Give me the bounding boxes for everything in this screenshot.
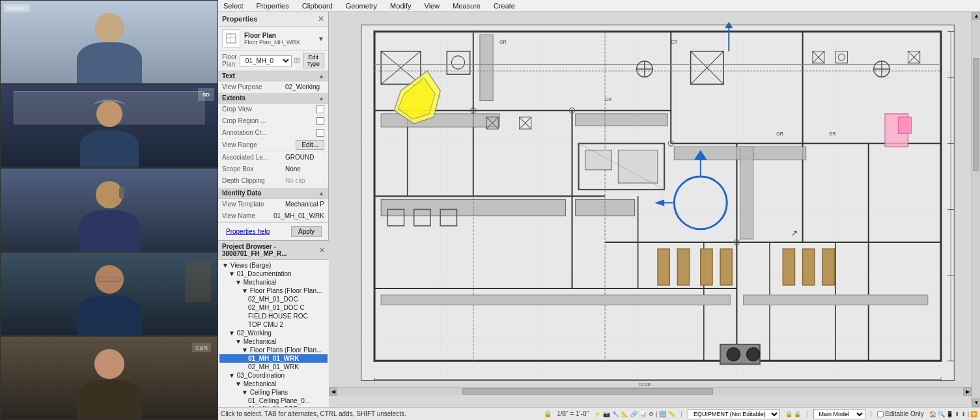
prop-type-name: Floor Plan: [244, 32, 314, 39]
video-cell-5: C&N: [0, 336, 218, 420]
status-icon-e[interactable]: ⬇: [961, 411, 966, 417]
status-icon-a[interactable]: 🏠: [929, 411, 936, 417]
tree-item-working[interactable]: ▼ 02_Working: [219, 329, 328, 337]
tree-icon: ▼: [222, 262, 231, 269]
extents-expand[interactable]: ▲: [318, 95, 324, 102]
tree-item-mech-doc[interactable]: ▼ Mechanical: [219, 278, 328, 287]
project-browser: Project Browser - 3808701_FH_MP_R... ✕ ▼…: [218, 240, 329, 407]
status-scale: 1/8" = 1'-0": [557, 410, 589, 417]
editable-only-checkbox[interactable]: [877, 411, 884, 417]
horizontal-scrollbar[interactable]: ◀ ▶: [329, 387, 972, 395]
edit-type-button[interactable]: Edit Type: [303, 53, 324, 68]
video-cell-3: [0, 168, 218, 252]
menu-modify[interactable]: Modify: [387, 2, 413, 10]
associated-le-value: GROUND: [285, 154, 324, 161]
identity-expand[interactable]: ▲: [318, 190, 324, 197]
view-template-label: View Template: [222, 201, 285, 208]
tree-label: 01_Ceiling Plane_0...: [248, 397, 310, 404]
view-purpose-row: View Purpose 02_Working: [218, 81, 328, 93]
svg-rect-84: [720, 249, 732, 285]
floor-plan-select[interactable]: 01_MH_0: [240, 55, 292, 66]
status-icon-c[interactable]: 📱: [946, 411, 953, 417]
menu-geometry[interactable]: Geometry: [343, 2, 380, 10]
menu-measure[interactable]: Measure: [450, 2, 483, 10]
status-separator: |: [656, 411, 657, 417]
annotation-cr-label: Annotation Cr...: [222, 129, 316, 136]
tree-item-topcmu[interactable]: TOP CMU 2: [219, 320, 328, 329]
main-container: SUMMIT SD: [0, 0, 980, 420]
status-num2[interactable]: 📏: [668, 411, 675, 417]
properties-wrapper: Properties ✕ Floor Plan Floor Plan_MH_WR…: [218, 12, 329, 407]
menu-clipboard[interactable]: Clipboard: [300, 2, 335, 10]
tree-item-views[interactable]: ▼ Views (Barge): [219, 261, 328, 270]
properties-close-button[interactable]: ✕: [318, 14, 324, 23]
editable-only-text: Editable Only: [885, 410, 923, 417]
text-section-expand[interactable]: ▲: [318, 73, 324, 79]
crop-region-checkbox[interactable]: [316, 117, 324, 125]
tree-item-02mh01wrk[interactable]: 02_MH_01_WRK: [219, 363, 328, 371]
apply-button[interactable]: Apply: [291, 226, 322, 237]
equipment-dropdown[interactable]: EQUIPMENT (Not Editable): [688, 409, 780, 419]
browser-close-button[interactable]: ✕: [319, 246, 325, 255]
status-icon-b[interactable]: 🔍: [938, 411, 945, 417]
tree-item-coordination[interactable]: ▼ 03_Coordination: [219, 371, 328, 380]
status-icon-2[interactable]: 📷: [603, 411, 610, 417]
tree-item-mech-coord[interactable]: ▼ Mechanical: [219, 380, 328, 388]
status-icon-4[interactable]: 📐: [621, 411, 628, 417]
status-icon-7[interactable]: ⚙: [649, 411, 654, 417]
tree-label: 01_MH_01_WRK: [248, 355, 299, 362]
video-cell-1: SUMMIT: [0, 0, 218, 84]
annotation-cr-checkbox[interactable]: [316, 129, 324, 137]
prop-type-arrow[interactable]: ▼: [318, 35, 324, 42]
status-icon-3[interactable]: 🔧: [612, 411, 619, 417]
menu-view[interactable]: View: [422, 2, 443, 10]
lock-icon-1[interactable]: 🔒: [785, 411, 792, 417]
tree-item-02mh01doc[interactable]: 02_MH_01_DOC: [219, 295, 328, 303]
menu-properties[interactable]: Properties: [254, 2, 292, 10]
status-icon-5[interactable]: 🔗: [630, 411, 637, 417]
editable-only-label[interactable]: Editable Only: [877, 410, 923, 417]
tree-icon: ▼: [229, 329, 237, 337]
tree-item-mech-working[interactable]: ▼ Mechanical: [219, 337, 328, 346]
tree-label: 02_MH_01_WRK: [248, 363, 299, 371]
lock-icon-2[interactable]: 🔒: [794, 411, 801, 417]
tree-item-fieldhouse[interactable]: FIELD HOUSE ROC: [219, 312, 328, 320]
properties-help-link[interactable]: Properties help: [222, 227, 273, 236]
status-lock-icons: 🔒 🔒: [785, 411, 801, 417]
tree-item-floor-doc[interactable]: ▼ Floor Plans (Floor Plan...: [219, 287, 328, 295]
menu-create[interactable]: Create: [491, 2, 518, 10]
model-dropdown[interactable]: Main Model: [813, 409, 865, 419]
associated-le-label: Associated Le...: [222, 154, 285, 161]
view-range-edit-button[interactable]: Edit...: [296, 140, 324, 150]
status-icons-group: ⚡ 📷 🔧 📐 🔗 📊 ⚙ | 🔢 📏: [594, 411, 675, 417]
crop-view-checkbox[interactable]: [316, 105, 324, 113]
view-purpose-value: 02_Working: [285, 83, 324, 91]
status-separator-3: |: [806, 410, 808, 417]
status-icon-6[interactable]: 📊: [639, 411, 647, 417]
view-template-row: View Template Mechanical P: [218, 199, 328, 210]
cad-viewport[interactable]: CR CR OR OR OR: [329, 12, 980, 407]
properties-title: Properties: [222, 15, 257, 23]
tree-label: 02_Working: [237, 329, 272, 337]
text-section-header: Text ▲: [218, 71, 328, 81]
browser-header: Project Browser - 3808701_FH_MP_R... ✕: [218, 241, 329, 260]
scope-box-value: None: [285, 165, 324, 173]
tree-item-ceiling1[interactable]: 01_Ceiling Plane_0...: [219, 397, 328, 405]
vertical-scrollbar[interactable]: ▲ ▼: [972, 12, 980, 407]
status-icon-1[interactable]: ⚡: [594, 411, 601, 417]
status-bar: Click to select, TAB for alternates, CTR…: [218, 407, 980, 420]
properties-header: Properties ✕: [218, 12, 328, 27]
tree-item-ceiling[interactable]: ▼ Ceiling Plans: [219, 388, 328, 397]
menu-select[interactable]: Select: [221, 2, 246, 10]
prop-type-value: Floor Plan_MH_WRK: [244, 39, 314, 46]
svg-rect-89: [744, 295, 928, 305]
status-icon-f[interactable]: 🔽: [970, 411, 977, 417]
tree-item-doc[interactable]: ▼ 01_Documentation: [219, 270, 328, 278]
status-icon-d[interactable]: ⬆: [955, 411, 960, 417]
tree-item-02mh01docc[interactable]: 02_MH_01_DOC C: [219, 303, 328, 312]
svg-point-106: [727, 348, 740, 361]
status-num1[interactable]: 🔢: [659, 411, 666, 417]
svg-rect-83: [701, 249, 712, 285]
tree-item-floor-working[interactable]: ▼ Floor Plans (Floor Plan...: [219, 346, 328, 354]
tree-item-01mh01wrk[interactable]: 01_MH_01_WRK: [219, 354, 328, 363]
